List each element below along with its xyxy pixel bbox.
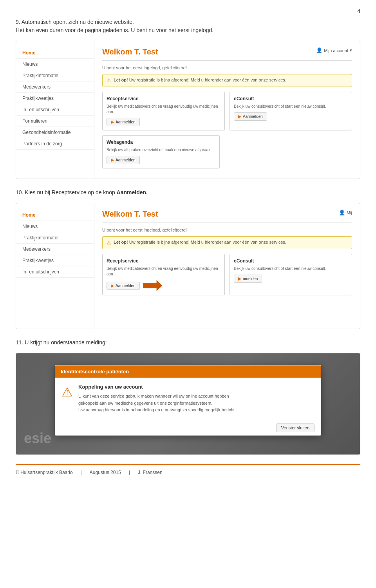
footer-sep2: |	[129, 470, 130, 475]
econsult-card-2: eConsult Bekijk uw consultoverzicht of s…	[230, 254, 352, 295]
receptservice-title-1: Receptservice	[107, 96, 221, 101]
screenshot-3: esie Identiteitscontrole patiënten ⚠ Kop…	[16, 353, 360, 455]
sidebar-item-home-2[interactable]: Home	[16, 210, 94, 221]
btn-icon-webagenda-1: ▶	[111, 157, 114, 163]
econsult-aanmelden-btn-1[interactable]: ▶ Aanmelden	[234, 112, 267, 121]
btn-icon-recept-2: ▶	[111, 283, 114, 288]
screenshot-1: Home Nieuws Praktijkinformatie Medewerke…	[16, 41, 360, 179]
sidebar-1: Home Nieuws Praktijkinformatie Medewerke…	[16, 41, 94, 179]
step9-text: 9. Automatisch opent zich nu de nieuwe w…	[16, 18, 360, 34]
dialog-footer: Venster sluiten	[55, 420, 321, 435]
econsult-desc-1: Bekijk uw consultoverzicht of start een …	[234, 104, 348, 109]
dialog-content-title: Koppeling van uw account	[78, 384, 236, 390]
sidebar-item-nieuws-2[interactable]: Nieuws	[16, 221, 94, 232]
econsult-title-1: eConsult	[234, 96, 348, 101]
main-content-1: Welkom T. Test 👤 Mijn account ▾ U bent v…	[94, 41, 360, 179]
sidebar-item-formulieren-1[interactable]: Formulieren	[16, 116, 94, 127]
dialog-box: Identiteitscontrole patiënten ⚠ Koppelin…	[55, 365, 321, 436]
econsult-desc-2: Bekijk uw consultoverzicht of start een …	[234, 266, 348, 271]
sidebar-item-medewerkers-1[interactable]: Medewerkers	[16, 81, 94, 93]
econsult-title-2: eConsult	[234, 258, 348, 264]
btn-icon-econsult-2: ▶	[238, 276, 241, 281]
venster-sluiten-button[interactable]: Venster sluiten	[276, 423, 315, 432]
mockup-header-2: Welkom T. Test 👤 Mij	[102, 210, 352, 223]
alert-box-2: ⚠ Let op! Uw registratie is bijna afgero…	[102, 236, 352, 249]
dialog-content-text: U kunt van deze service gebruik maken wa…	[78, 393, 236, 414]
account-label-2: Mij	[347, 210, 352, 215]
econsult-card-1: eConsult Bekijk uw consultoverzicht of s…	[230, 92, 352, 130]
step10-text: 10. Kies nu bij Receptservice op de knop…	[16, 188, 360, 197]
receptservice-aanmelden-btn-2[interactable]: ▶ Aanmelden	[107, 282, 140, 290]
receptservice-desc-1: Bekijk uw medicatieoverzicht en vraag ee…	[107, 104, 221, 115]
sidebar-item-praktijk-2[interactable]: Praktijkinformatie	[16, 232, 94, 244]
webagenda-card-1: Webagenda Bekijk uw afspraken overzicht …	[102, 135, 220, 168]
dialog-content: Koppeling van uw account U kunt van deze…	[78, 384, 236, 414]
welcome-title-2: Welkom T. Test	[102, 210, 158, 219]
sidebar-item-partners-1[interactable]: Partners in de zorg	[16, 138, 94, 150]
orange-arrow	[143, 280, 163, 291]
alert-subtext-2: Uw registratie is bijna afgerond! Meld u…	[129, 240, 286, 244]
user-icon-1: 👤	[316, 47, 322, 53]
main-content-2: Welkom T. Test 👤 Mij U bent voor het eer…	[94, 203, 360, 329]
sidebar-item-praktijk-1[interactable]: Praktijkinformatie	[16, 70, 94, 81]
footer-sep1: |	[81, 470, 82, 475]
dropdown-icon-1: ▾	[350, 48, 352, 53]
services-grid-2: Receptservice Bekijk uw medicatieoverzic…	[102, 254, 352, 295]
warning-icon: ⚠	[61, 385, 73, 400]
receptservice-card-1: Receptservice Bekijk uw medicatieoverzic…	[102, 92, 225, 130]
alert-subtext-1: Uw registratie is bijna afgerond! Meld u…	[129, 78, 286, 82]
receptservice-title-2: Receptservice	[107, 258, 221, 264]
alert-title-2: Let op!	[114, 240, 128, 244]
sidebar-2: Home Nieuws Praktijkinformatie Medewerke…	[16, 203, 94, 329]
alert-title-1: Let op!	[114, 78, 128, 82]
footer-copyright: © Huisartsenpraktijk Baarlo	[16, 470, 73, 475]
receptservice-aanmelden-btn-1[interactable]: ▶ Aanmelden	[107, 118, 140, 126]
sidebar-item-gezondheid-1[interactable]: Gezondheidsinformatie	[16, 127, 94, 138]
sidebar-item-weetjes-1[interactable]: Praktijkweetjes	[16, 93, 94, 104]
footer-author: J. Franssen	[138, 470, 163, 475]
webagenda-title-1: Webagenda	[107, 139, 215, 145]
welcome-text-1: U bent voor het eerst ingelogd, gefelici…	[102, 65, 352, 70]
btn-icon-econsult-1: ▶	[238, 114, 241, 119]
btn-icon-recept-1: ▶	[111, 119, 114, 125]
page-number: 4	[16, 8, 360, 14]
welcome-text-2: U bent voor het eerst ingelogd, gefelici…	[102, 228, 352, 232]
alert-icon-2: ⚠	[107, 240, 111, 246]
sidebar-item-weetjes-2[interactable]: Praktijkweetjes	[16, 255, 94, 266]
receptservice-card-2: Receptservice Bekijk uw medicatieoverzic…	[102, 254, 225, 295]
webagenda-desc-1: Bekijk uw afspraken overzicht of maak ee…	[107, 147, 215, 153]
sidebar-item-medewerkers-2[interactable]: Medewerkers	[16, 244, 94, 255]
dialog-body: ⚠ Koppeling van uw account U kunt van de…	[55, 378, 321, 420]
services-grid-1: Receptservice Bekijk uw medicatieoverzic…	[102, 92, 352, 130]
sidebar-item-inuit-2[interactable]: In- en uitschrijven	[16, 266, 94, 278]
footer-date: Augustus 2015	[90, 470, 121, 475]
receptservice-desc-2: Bekijk uw medicatieoverzicht en vraag ee…	[107, 266, 221, 277]
account-area-2[interactable]: 👤 Mij	[339, 210, 352, 215]
step11-text: 11. U krijgt nu onderstaande melding:	[16, 338, 360, 347]
alert-icon-1: ⚠	[107, 78, 111, 83]
sidebar-item-nieuws-1[interactable]: Nieuws	[16, 59, 94, 70]
footer: © Huisartsenpraktijk Baarlo | Augustus 2…	[16, 464, 360, 475]
sidebar-item-home-1[interactable]: Home	[16, 47, 94, 59]
alert-box-1: ⚠ Let op! Uw registratie is bijna afgero…	[102, 74, 352, 87]
screenshot-2: Home Nieuws Praktijkinformatie Medewerke…	[16, 203, 360, 329]
mockup-header-1: Welkom T. Test 👤 Mijn account ▾	[102, 47, 352, 61]
account-area-1[interactable]: 👤 Mijn account ▾	[316, 47, 352, 53]
user-icon-2: 👤	[339, 210, 345, 215]
webagenda-aanmelden-btn-1[interactable]: ▶ Aanmelden	[107, 156, 140, 164]
welcome-title-1: Welkom T. Test	[102, 47, 158, 56]
econsult-aanmelden-btn-2[interactable]: ▶ nmelden	[234, 275, 262, 283]
account-label-1: Mijn account	[324, 48, 348, 53]
sidebar-item-inuit-1[interactable]: In- en uitschrijven	[16, 104, 94, 116]
dialog-header: Identiteitscontrole patiënten	[55, 365, 321, 378]
